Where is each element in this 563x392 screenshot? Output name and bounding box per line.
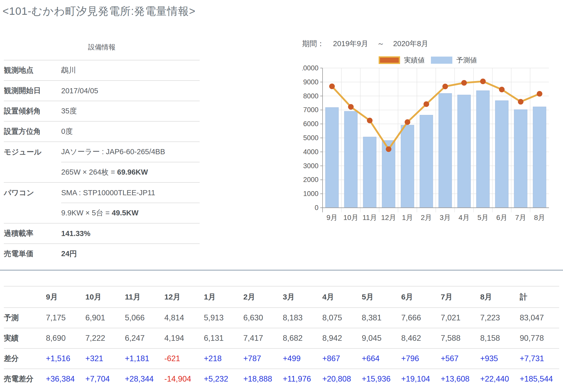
summary-cell: +22,440 <box>480 369 520 389</box>
summary-cell: 8,183 <box>283 308 322 328</box>
x-axis-label: 9月 <box>326 214 338 221</box>
summary-table: 9月10月11月12月1月2月3月4月5月6月7月8月計 予測7,1756,90… <box>4 286 559 389</box>
forecast-bar <box>514 110 527 208</box>
legend-forecast-label: 予測値 <box>456 56 477 65</box>
equipment-row: 観測開始日2017/04/05 <box>4 81 200 101</box>
y-axis-label: 1000 <box>303 190 318 198</box>
summary-cell: 8,690 <box>46 328 85 348</box>
summary-cell: +15,936 <box>362 369 401 389</box>
summary-cell: 8,381 <box>362 308 401 328</box>
actual-point <box>367 118 373 123</box>
forecast-bar <box>495 101 508 208</box>
summary-cell: +18,888 <box>243 369 283 389</box>
summary-cell: 90,778 <box>520 328 559 348</box>
equipment-row-label: パワコン <box>4 182 61 203</box>
summary-column-header: 9月 <box>46 286 85 308</box>
equipment-row-value: SMA : STP10000TLEE-JP11 <box>61 182 200 203</box>
summary-cell: 7,175 <box>46 308 85 328</box>
summary-column-header: 12月 <box>164 286 204 308</box>
summary-cell: 6,131 <box>204 328 243 348</box>
summary-column-header <box>4 286 46 308</box>
period-start: 2019年9月 <box>333 39 368 49</box>
summary-cell: +36,384 <box>46 369 85 389</box>
summary-cell: 8,075 <box>322 308 362 328</box>
production-chart: 0100020003000400050006000700080009000100… <box>302 65 553 228</box>
summary-cell: +787 <box>243 348 283 369</box>
period-tilde-icon: ～ <box>377 39 385 49</box>
equipment-row: 過積載率141.33% <box>4 223 200 244</box>
equipment-row-value: 鵡川 <box>61 60 200 81</box>
x-axis-label: 8月 <box>534 214 545 221</box>
y-axis-label: 9000 <box>303 78 318 86</box>
x-axis-label: 4月 <box>458 214 470 221</box>
y-axis-label: 8000 <box>303 92 318 100</box>
equipment-row-label: 設置方位角 <box>4 121 61 142</box>
summary-column-header: 1月 <box>204 286 243 308</box>
summary-column-header: 8月 <box>480 286 520 308</box>
x-axis-label: 6月 <box>496 214 507 221</box>
equipment-row: 設置方位角0度 <box>4 121 200 142</box>
equipment-row-value: 2017/04/05 <box>61 81 200 101</box>
summary-cell: 8,942 <box>322 328 362 348</box>
summary-cell: +13,608 <box>441 369 480 389</box>
actual-point <box>386 146 391 152</box>
summary-cell: +11,976 <box>283 369 322 389</box>
summary-column-header: 5月 <box>362 286 401 308</box>
summary-cell: 7,223 <box>480 308 520 328</box>
actual-point <box>424 101 429 107</box>
x-axis-label: 2月 <box>421 214 432 221</box>
summary-cell: +935 <box>480 348 520 369</box>
equipment-row: 設置傾斜角35度 <box>4 101 200 121</box>
summary-cell: 7,222 <box>85 328 125 348</box>
equipment-row-value: 35度 <box>61 101 200 121</box>
y-axis-label: 4000 <box>303 148 318 156</box>
equipment-row: 売電単価24円 <box>4 244 200 264</box>
summary-cell: +218 <box>204 348 243 369</box>
forecast-bar <box>420 115 433 208</box>
forecast-bar <box>439 94 452 208</box>
forecast-bar <box>401 125 414 208</box>
summary-cell: +7,704 <box>85 369 125 389</box>
actual-swatch-icon <box>379 56 400 64</box>
equipment-row-value: 9.9KW × 5台 = 49.5KW <box>61 203 200 223</box>
summary-row: 差分+1,516+321+1,181-621+218+787+499+867+6… <box>4 348 559 369</box>
x-axis-label: 12月 <box>381 214 396 221</box>
actual-point <box>499 87 505 92</box>
actual-point <box>518 99 523 104</box>
summary-cell: 4,194 <box>164 328 204 348</box>
summary-cell: +20,808 <box>322 369 362 389</box>
summary-panel: 9月10月11月12月1月2月3月4月5月6月7月8月計 予測7,1756,90… <box>4 286 559 389</box>
section-divider <box>0 270 563 271</box>
summary-cell: +185,544 <box>520 369 559 389</box>
equipment-row-label: 売電単価 <box>4 244 61 264</box>
forecast-bar <box>363 137 376 208</box>
actual-point <box>442 84 448 89</box>
forecast-bar <box>458 95 471 208</box>
legend-item-forecast: 予測値 <box>431 56 477 65</box>
forecast-bar <box>477 91 490 208</box>
forecast-swatch-icon <box>431 57 452 64</box>
summary-cell: +5,232 <box>204 369 243 389</box>
actual-point <box>461 80 467 86</box>
y-axis-label: 3000 <box>303 162 318 170</box>
summary-column-header: 4月 <box>322 286 362 308</box>
equipment-row-value: 0度 <box>61 121 200 142</box>
summary-row-label: 予測 <box>4 308 46 328</box>
x-axis-label: 5月 <box>477 214 489 221</box>
equipment-table: 観測地点鵡川観測開始日2017/04/05設置傾斜角35度設置方位角0度モジュー… <box>4 60 200 264</box>
x-axis-label: 11月 <box>362 214 377 221</box>
summary-row-label: 実績 <box>4 328 46 348</box>
equipment-row-value: 265W × 264枚 = 69.96KW <box>61 162 200 182</box>
summary-cell: 7,021 <box>441 308 480 328</box>
equipment-row-value: JAソーラー : JAP6-60-265/4BB <box>61 142 200 162</box>
summary-header-row: 9月10月11月12月1月2月3月4月5月6月7月8月計 <box>4 286 559 308</box>
summary-cell: 7,417 <box>243 328 283 348</box>
equipment-row-value: 141.33% <box>61 223 200 244</box>
summary-cell: -621 <box>164 348 204 369</box>
equipment-row: 265W × 264枚 = 69.96KW <box>4 162 200 182</box>
equipment-row-label <box>4 203 61 223</box>
summary-column-header: 6月 <box>401 286 441 308</box>
summary-cell: 8,158 <box>480 328 520 348</box>
legend-actual-label: 実績値 <box>404 56 425 65</box>
summary-column-header: 7月 <box>441 286 480 308</box>
